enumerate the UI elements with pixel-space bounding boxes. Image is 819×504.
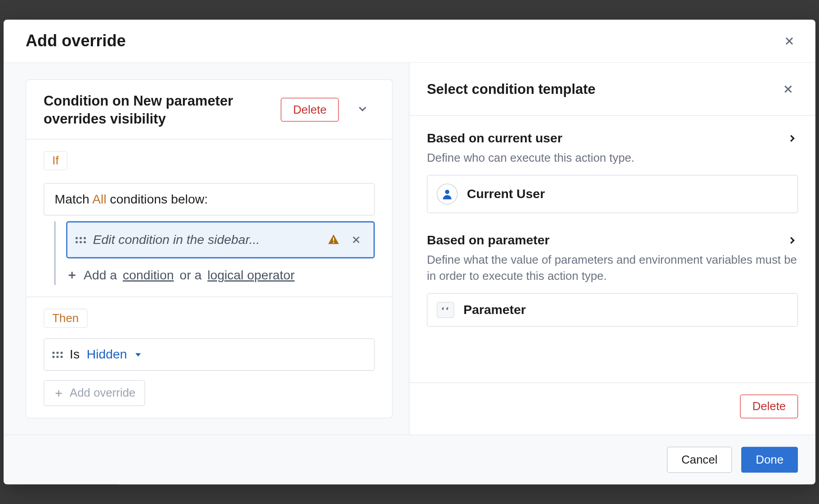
chevron-right-icon — [787, 234, 798, 246]
right-footer: Delete — [410, 382, 815, 434]
then-is: Is — [70, 347, 80, 363]
add-operator-link[interactable]: logical operator — [207, 268, 294, 283]
match-all: All — [92, 192, 107, 206]
condition-title: Condition on New parameter overrides vis… — [44, 91, 274, 127]
template-parameter-section: Based on parameter Define what the value… — [427, 233, 798, 327]
condition-group: Edit condition in the sidebar... Add a c… — [54, 221, 374, 285]
template-header[interactable]: Based on parameter — [427, 233, 798, 248]
template-header[interactable]: Based on current user — [427, 131, 798, 146]
add-override-button[interactable]: Add override — [44, 380, 145, 406]
caret-down-icon — [134, 351, 142, 359]
delete-condition-button[interactable]: Delete — [281, 97, 339, 121]
modal-header: Add override — [4, 19, 815, 63]
modal-footer: Cancel Done — [4, 435, 815, 485]
plus-icon — [66, 270, 78, 281]
chevron-down-icon — [356, 102, 369, 115]
svg-rect-0 — [333, 238, 334, 241]
template-option-parameter[interactable]: Parameter — [427, 293, 798, 327]
then-tag: Then — [44, 309, 88, 328]
done-button[interactable]: Done — [741, 447, 798, 473]
add-override-label: Add override — [70, 387, 135, 400]
svg-rect-1 — [333, 242, 334, 243]
left-pane: Condition on New parameter overrides vis… — [4, 63, 410, 434]
template-title: Based on current user — [427, 131, 562, 146]
right-body: Based on current user Define who can exe… — [410, 116, 815, 383]
right-pane: Select condition template Based on curre… — [410, 63, 815, 434]
plus-icon — [53, 388, 64, 398]
then-section: Then Is Hidden Add override — [26, 297, 392, 418]
drag-handle-icon[interactable] — [52, 348, 62, 362]
condition-placeholder: Edit condition in the sidebar... — [93, 232, 320, 248]
match-prefix: Match — [55, 192, 89, 206]
delete-template-button[interactable]: Delete — [740, 395, 798, 419]
close-icon — [783, 35, 796, 47]
warning-icon — [327, 234, 340, 246]
modal-body: Condition on New parameter overrides vis… — [4, 63, 815, 434]
add-prefix: Add a — [84, 268, 117, 283]
collapse-condition-button[interactable] — [346, 97, 379, 123]
template-option-label: Parameter — [463, 302, 526, 318]
close-icon — [350, 234, 362, 246]
chevron-right-icon — [787, 133, 798, 144]
add-condition-row[interactable]: Add a condition or a logical operator — [66, 258, 374, 285]
close-modal-button[interactable] — [779, 31, 799, 51]
template-option-label: Current User — [467, 186, 545, 202]
condition-card-header: Condition on New parameter overrides vis… — [26, 80, 392, 140]
right-header: Select condition template — [410, 63, 815, 115]
svg-point-2 — [445, 190, 449, 194]
template-current-user-section: Based on current user Define who can exe… — [427, 131, 798, 213]
quote-icon — [437, 302, 454, 318]
close-icon — [782, 83, 794, 95]
template-desc: Define what the value of parameters and … — [427, 251, 798, 283]
then-value-box[interactable]: Is Hidden — [44, 338, 375, 371]
add-or: or a — [180, 268, 202, 283]
template-desc: Define who can execute this action type. — [427, 149, 798, 165]
match-conditions-box[interactable]: Match All conditions below: — [44, 183, 375, 216]
drag-handle-icon[interactable] — [76, 233, 86, 247]
condition-row[interactable]: Edit condition in the sidebar... — [66, 221, 374, 259]
add-condition-link[interactable]: condition — [123, 268, 174, 283]
if-tag: If — [44, 151, 67, 171]
add-override-modal: Add override Condition on New parameter … — [4, 19, 815, 484]
remove-condition-button[interactable] — [347, 231, 365, 249]
template-option-current-user[interactable]: Current User — [427, 175, 798, 213]
right-title: Select condition template — [427, 81, 596, 97]
then-value: Hidden — [87, 347, 127, 363]
match-suffix: conditions below: — [110, 192, 208, 206]
condition-card: Condition on New parameter overrides vis… — [26, 79, 393, 418]
user-icon — [437, 184, 458, 204]
if-section: If Match All conditions below: Edit cond… — [26, 140, 392, 297]
template-title: Based on parameter — [427, 233, 550, 248]
cancel-button[interactable]: Cancel — [667, 447, 732, 473]
close-right-pane-button[interactable] — [778, 79, 798, 99]
modal-title: Add override — [26, 32, 126, 50]
